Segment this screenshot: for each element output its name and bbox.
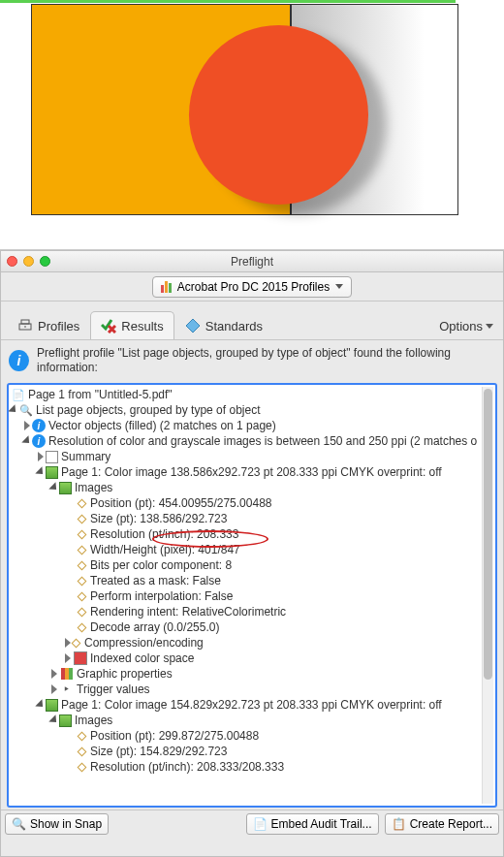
embed-audit-button[interactable]: 📄 Embed Audit Trail... — [246, 813, 379, 835]
disclosure-icon[interactable] — [38, 452, 44, 461]
info-icon: i — [32, 419, 46, 432]
tree-row[interactable]: Resolution (pt/inch): 208.333/208.333 — [11, 759, 493, 775]
window-titlebar: Preflight — [1, 251, 503, 272]
tree-label: Resolution (pt/inch): 208.333/208.333 — [90, 760, 284, 774]
profile-bar: Acrobat Pro DC 2015 Profiles — [1, 272, 503, 302]
magnify-icon: 🔍 — [12, 817, 26, 831]
tree-row[interactable]: 🔍List page objects, grouped by type of o… — [11, 402, 493, 418]
options-label: Options — [439, 319, 483, 333]
tree-row[interactable]: iResolution of color and grayscale image… — [11, 433, 493, 449]
tree-label: Page 1: Color image 154.829x292.723 pt 2… — [61, 698, 442, 712]
dot-icon — [78, 746, 87, 756]
tree-label: Perform interpolation: False — [90, 589, 233, 603]
tree-label: Summary — [61, 450, 110, 463]
tab-results-label: Results — [121, 319, 163, 333]
tab-standards[interactable]: Standards — [174, 311, 273, 339]
show-in-snap-button[interactable]: 🔍 Show in Snap — [5, 813, 109, 835]
svg-point-2 — [24, 326, 26, 328]
profile-dropdown[interactable]: Acrobat Pro DC 2015 Profiles — [152, 276, 352, 298]
tree-row[interactable]: Resolution (pt/inch): 208.333 — [11, 526, 493, 542]
tree-label: Page 1 from "Untitled-5.pdf" — [28, 388, 173, 401]
tree-row[interactable]: Treated as a mask: False — [11, 573, 493, 588]
tree-row[interactable]: Width/Height (pixel): 401/847 — [11, 542, 493, 557]
tree-label: Size (pt): 154.829/292.723 — [90, 745, 227, 758]
tree-row[interactable]: Position (pt): 454.00955/275.00488 — [11, 495, 493, 511]
caret-down-icon — [486, 324, 493, 329]
dot-icon — [78, 576, 87, 586]
caret-down-icon — [335, 284, 343, 289]
diamond-icon — [185, 318, 201, 333]
info-icon: i — [32, 434, 46, 448]
tree-row[interactable]: Size (pt): 154.829/292.723 — [11, 744, 493, 759]
scrollbar[interactable] — [482, 387, 493, 804]
tree-row[interactable]: iVector objects (filled) (2 matches on 1… — [11, 418, 493, 433]
pdf-icon: 📄 — [11, 388, 25, 402]
disclosure-icon[interactable] — [48, 714, 59, 725]
tree-label: Page 1: Color image 138.586x292.723 pt 2… — [61, 465, 442, 479]
disclosure-icon[interactable] — [65, 653, 71, 663]
image-icon — [59, 714, 72, 727]
footer-bar: 🔍 Show in Snap 📄 Embed Audit Trail... 📋 … — [1, 809, 503, 837]
tab-profiles[interactable]: Profiles — [7, 311, 90, 339]
tree-row[interactable]: Page 1: Color image 138.586x292.723 pt 2… — [11, 464, 493, 480]
tree-label: Graphic properties — [77, 667, 173, 681]
tree-row[interactable]: Images — [11, 713, 493, 728]
tree-row[interactable]: Indexed color space — [11, 651, 493, 666]
options-menu[interactable]: Options — [439, 319, 497, 339]
document-preview — [0, 0, 504, 250]
dot-icon — [78, 498, 87, 508]
tree-row[interactable]: Images — [11, 480, 493, 495]
tree-label: List page objects, grouped by type of ob… — [36, 403, 261, 417]
disclosure-icon[interactable] — [48, 482, 59, 492]
disclosure-icon[interactable] — [21, 435, 32, 446]
svg-rect-1 — [21, 320, 29, 324]
create-report-button[interactable]: 📋 Create Report... — [385, 813, 499, 835]
tree-row[interactable]: Summary — [11, 449, 493, 464]
image-icon — [59, 482, 72, 494]
tree-label: Decode array (0.0/255.0) — [90, 620, 219, 634]
profile-dropdown-label: Acrobat Pro DC 2015 Profiles — [177, 280, 330, 294]
tree-label: Trigger values — [77, 682, 150, 696]
image-icon — [46, 466, 58, 479]
dot-icon — [78, 731, 87, 741]
tree-row[interactable]: Perform interpolation: False — [11, 588, 493, 604]
tree-label: Position (pt): 299.872/275.00488 — [90, 729, 259, 743]
disclosure-icon[interactable] — [8, 404, 18, 415]
tab-results[interactable]: Results — [90, 311, 173, 339]
disclosure-icon[interactable] — [51, 684, 57, 694]
dot-icon — [78, 591, 87, 601]
disclosure-icon[interactable] — [24, 421, 30, 430]
dot-icon — [72, 638, 81, 648]
tree-row[interactable]: Bits per color component: 8 — [11, 557, 493, 573]
tree-row[interactable]: Decode array (0.0/255.0) — [11, 619, 493, 635]
tree-row[interactable]: Size (pt): 138.586/292.723 — [11, 511, 493, 526]
bars-icon — [161, 281, 172, 293]
dot-icon — [78, 560, 87, 570]
tree-row[interactable]: 📄Page 1 from "Untitled-5.pdf" — [11, 387, 493, 402]
tab-standards-label: Standards — [205, 319, 263, 333]
preview-border — [0, 0, 456, 3]
tree-row[interactable]: Compression/encoding — [11, 635, 493, 651]
tree-label: Vector objects (filled) (2 matches on 1 … — [48, 419, 276, 432]
disclosure-icon[interactable] — [35, 466, 46, 477]
disclosure-icon[interactable] — [51, 669, 57, 679]
tree-row[interactable]: Graphic properties — [11, 666, 493, 682]
tree-row[interactable]: Rendering intent: RelativeColorimetric — [11, 604, 493, 619]
window-title: Preflight — [1, 255, 503, 269]
tree-label: Resolution of color and grayscale images… — [48, 434, 477, 448]
dot-icon — [78, 514, 87, 524]
tree-row[interactable]: Page 1: Color image 154.829x292.723 pt 2… — [11, 697, 493, 713]
tree-label: Width/Height (pixel): 401/847 — [90, 543, 240, 556]
indexed-icon — [73, 651, 87, 666]
dot-icon — [78, 607, 87, 617]
graphic-icon — [59, 667, 74, 682]
scroll-thumb[interactable] — [484, 389, 492, 680]
tree-row[interactable]: Position (pt): 299.872/275.00488 — [11, 728, 493, 744]
image-icon — [46, 699, 58, 712]
button-label: Create Report... — [410, 817, 492, 831]
results-tree[interactable]: 📄Page 1 from "Untitled-5.pdf" 🔍List page… — [7, 383, 497, 808]
tree-row[interactable]: Trigger values — [11, 682, 493, 697]
info-icon: i — [9, 350, 29, 371]
tree-label: Compression/encoding — [84, 636, 204, 650]
disclosure-icon[interactable] — [35, 699, 46, 710]
